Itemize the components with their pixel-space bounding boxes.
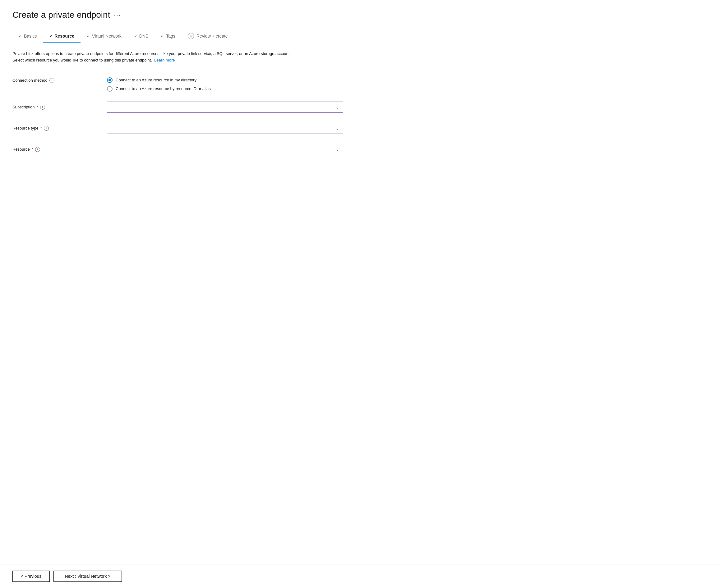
- tab-virtual-network[interactable]: ✓ Virtual Network: [81, 30, 128, 42]
- radio-circle-resource-id: [107, 86, 113, 92]
- radio-label-directory: Connect to an Azure resource in my direc…: [116, 78, 197, 82]
- resource-dropdown[interactable]: ⌄: [107, 144, 343, 155]
- resource-required: *: [32, 147, 33, 152]
- tab-review-create-label: Review + create: [197, 34, 228, 39]
- resource-type-info-icon[interactable]: i: [44, 126, 49, 131]
- connection-method-info-icon[interactable]: i: [49, 78, 54, 83]
- tabs-row: ✓ Basics ✓ Resource ✓ Virtual Network ✓ …: [13, 30, 361, 43]
- subscription-dropdown[interactable]: ⌄: [107, 102, 343, 113]
- tab-dns-label: DNS: [139, 34, 148, 39]
- tab-tags-check: ✓: [161, 34, 164, 39]
- subscription-info-icon[interactable]: i: [40, 105, 45, 110]
- resource-type-label: Resource type * i: [13, 126, 99, 131]
- resource-type-row: Resource type * i ⌄: [13, 118, 361, 139]
- resource-arrow: ⌄: [336, 147, 339, 152]
- tab-dns-check: ✓: [134, 34, 137, 39]
- tab-dns[interactable]: ✓ DNS: [128, 30, 155, 42]
- previous-button[interactable]: < Previous: [13, 571, 50, 582]
- connection-method-row: Connection method i Connect to an Azure …: [13, 72, 361, 97]
- tab-basics-label: Basics: [24, 34, 37, 39]
- tab-tags[interactable]: ✓ Tags: [155, 30, 182, 42]
- form-section: Connection method i Connect to an Azure …: [13, 72, 361, 160]
- subscription-required: *: [37, 105, 38, 109]
- resource-type-arrow: ⌄: [336, 126, 339, 131]
- description-text: Private Link offers options to create pr…: [13, 50, 292, 64]
- tab-resource-label: Resource: [54, 34, 74, 39]
- connection-method-label: Connection method i: [13, 77, 99, 83]
- tab-basics[interactable]: ✓ Basics: [13, 30, 43, 42]
- radio-circle-directory: [107, 77, 113, 83]
- subscription-control: ⌄: [107, 102, 343, 113]
- radio-option-directory[interactable]: Connect to an Azure resource in my direc…: [107, 77, 361, 83]
- resource-info-icon[interactable]: i: [35, 147, 40, 152]
- tab-virtual-network-check: ✓: [87, 34, 90, 39]
- radio-label-resource-id: Connect to an Azure resource by resource…: [116, 86, 212, 91]
- tab-basics-check: ✓: [19, 34, 22, 39]
- bottom-nav: < Previous Next : Virtual Network >: [0, 564, 720, 588]
- learn-more-link[interactable]: Learn more: [154, 58, 175, 62]
- resource-type-required: *: [40, 126, 42, 130]
- connection-method-radio-group: Connect to an Azure resource in my direc…: [107, 77, 361, 92]
- ellipsis-menu[interactable]: ···: [114, 12, 121, 19]
- tab-virtual-network-label: Virtual Network: [92, 34, 122, 39]
- page-title: Create a private endpoint: [13, 10, 110, 20]
- subscription-label: Subscription * i: [13, 105, 99, 110]
- subscription-row: Subscription * i ⌄: [13, 97, 361, 118]
- radio-option-resource-id[interactable]: Connect to an Azure resource by resource…: [107, 86, 361, 92]
- resource-type-dropdown[interactable]: ⌄: [107, 123, 343, 134]
- tab-resource-check: ✓: [49, 34, 53, 39]
- tab-review-create[interactable]: 6 Review + create: [182, 30, 234, 43]
- tab-resource[interactable]: ✓ Resource: [43, 30, 81, 42]
- resource-control: ⌄: [107, 144, 343, 155]
- resource-label: Resource * i: [13, 147, 99, 152]
- tab-tags-label: Tags: [166, 34, 175, 39]
- next-button[interactable]: Next : Virtual Network >: [54, 571, 122, 582]
- subscription-arrow: ⌄: [336, 105, 339, 110]
- tab-review-badge: 6: [188, 33, 194, 39]
- resource-row: Resource * i ⌄: [13, 139, 361, 160]
- resource-type-control: ⌄: [107, 123, 343, 134]
